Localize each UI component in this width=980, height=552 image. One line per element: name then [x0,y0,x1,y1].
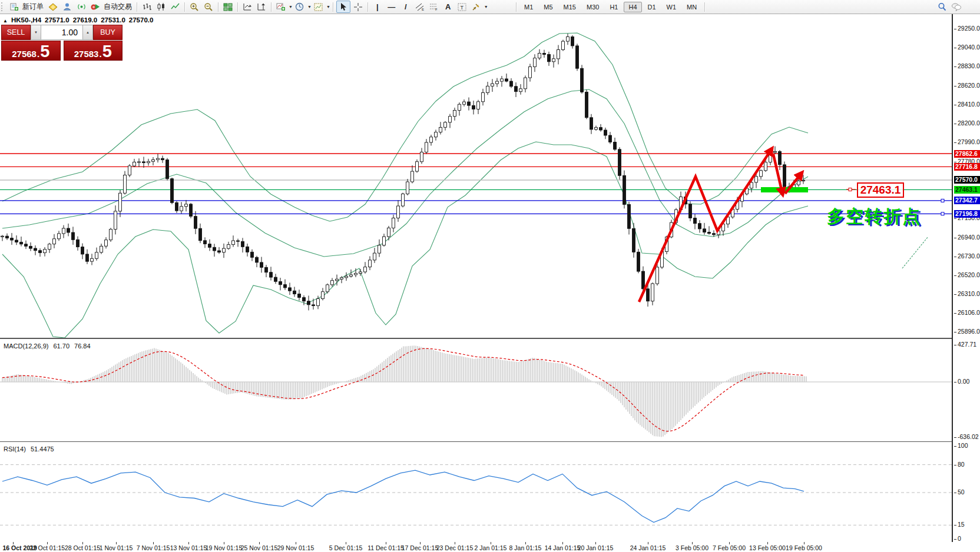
trendline-tool-icon[interactable]: / [399,1,412,12]
macd-axis-tick: -636.02 [954,433,979,440]
time-label: 11 Dec 01:15 [368,544,404,551]
volume-increase-button[interactable]: ▲ [82,25,93,40]
price-tick: 25896.0 [954,328,980,335]
timeframe-button-m1[interactable]: M1 [519,2,538,12]
new-order-label[interactable]: 新订单 [22,2,44,12]
rsi-axis-tick: 50 [954,488,965,496]
sell-button[interactable]: SELL [1,25,31,40]
time-label: 8 Jan 01:15 [509,544,542,551]
candlestick-mode-icon[interactable] [154,1,167,12]
text-tool-icon[interactable]: A [442,1,455,12]
rsi-canvas[interactable] [0,442,952,542]
price-tag-27196.8: 27196.8 [954,210,980,218]
period-caret-icon[interactable]: ▼ [307,5,312,9]
vertical-line-tool-icon[interactable]: | [371,1,384,12]
template-icon[interactable] [312,1,325,12]
support-highlight-bar[interactable] [761,187,808,192]
timeframe-toolbar: M1M5M15M30H1H4D1W1MN [514,1,707,13]
time-axis[interactable]: 16 Oct 201922 Oct 01:1528 Oct 01:151 Nov… [0,542,952,552]
price-tick: 28410.0 [954,101,980,108]
price-chart-panel[interactable]: ▲HK50-,H427571.027619.027531.027570.0 SE… [0,14,952,338]
price-tag-27570.0: 27570.0 [954,176,980,184]
timeframe-button-m30[interactable]: M30 [582,2,604,12]
time-label: 13 Feb 05:00 [749,544,786,551]
macd-canvas[interactable] [0,339,952,441]
time-label: 7 Nov 01:15 [137,544,170,551]
price-tick: 26520.0 [954,271,980,278]
bid-int: 27568 [12,49,37,58]
chart-ohlc-header: ▲HK50-,H427571.027619.027531.027570.0 [3,16,157,24]
signals-icon[interactable] [75,1,88,12]
rsi-axis-tick: 80 [954,461,965,468]
collapse-icon[interactable]: ▲ [3,18,8,24]
rsi-panel[interactable]: RSI(14) 51.4475 [0,441,952,543]
macd-hist-value: 61.70 [53,342,69,350]
price-tag-27342.7: 27342.7 [954,197,980,204]
price-tick: 26940.0 [954,234,980,241]
price-tag-27463.1: 27463.1 [954,186,980,194]
rsi-label: RSI(14) 51.4475 [4,445,54,453]
ask-price-cell[interactable]: 27583.5 [64,41,123,61]
fibonacci-tool-icon[interactable]: F [428,1,441,12]
crosshair-tool-icon[interactable] [352,1,365,12]
autotrading-icon[interactable] [89,1,102,12]
equidistant-channel-tool-icon[interactable]: E [413,1,426,12]
line-chart-mode-icon[interactable] [168,1,181,12]
bar-chart-mode-icon[interactable] [140,1,153,12]
chart-shift-icon[interactable] [255,1,268,12]
time-label: 3 Feb 05:00 [676,544,708,551]
bid-frac: 5 [40,45,49,58]
toolbar-separator [218,2,218,12]
horizontal-line-tool-icon[interactable]: — [385,1,398,12]
tile-windows-icon[interactable] [221,1,234,12]
price-axis[interactable]: 29250.029040.028830.028620.028410.028200… [952,14,980,542]
new-order-icon[interactable] [8,1,21,12]
timeframe-button-w1[interactable]: W1 [662,2,681,12]
volume-input[interactable]: 1.00 [41,25,82,40]
time-label: 23 Dec 01:15 [436,544,473,551]
svg-text:F: F [435,8,438,11]
price-callout-box[interactable]: 27463.1 [857,182,904,198]
price-chart-canvas[interactable] [0,14,952,338]
template-caret-icon[interactable]: ▼ [326,5,330,9]
timeframe-button-h4[interactable]: H4 [624,2,641,12]
timeframe-button-m15[interactable]: M15 [559,2,581,12]
arrows-caret-icon[interactable]: ▼ [484,5,488,9]
time-label: 13 Nov 01:15 [170,544,207,551]
trade-contest-icon[interactable] [61,1,74,12]
macd-axis-tick: 427.71 [954,341,976,348]
arrows-tool-icon[interactable] [470,1,483,12]
period-icon[interactable] [293,1,306,12]
rsi-axis-tick: 15 [954,521,965,528]
timeframe-button-d1[interactable]: D1 [643,2,661,12]
macd-panel[interactable]: MACD(12,26,9) 61.70 76.84 [0,338,952,442]
price-tick: 28620.0 [954,82,980,89]
search-icon[interactable] [936,1,949,12]
price-tick: 29040.0 [954,44,980,51]
add-indicator-icon[interactable] [274,1,287,12]
turning-point-annotation[interactable]: 多空转折点 [827,205,921,229]
close-value: 27570.0 [129,16,154,24]
time-label: 5 Dec 01:15 [329,544,363,551]
timeframe-button-h1[interactable]: H1 [605,2,623,12]
price-tick: 26106.0 [954,309,980,316]
auto-scroll-icon[interactable] [241,1,254,12]
zoom-out-icon[interactable] [202,1,215,12]
text-label-tool-icon[interactable]: T [456,1,469,12]
autotrading-label[interactable]: 自动交易 [104,2,132,12]
community-chat-icon[interactable] [950,1,963,12]
price-tick: 28830.0 [954,62,980,69]
bid-price-cell[interactable]: 27568.5 [1,41,61,61]
zoom-in-icon[interactable] [188,1,201,12]
add-indicator-caret-icon[interactable]: ▼ [289,5,293,9]
cursor-tool-icon[interactable] [336,1,350,13]
order-diamond-icon[interactable] [47,1,59,12]
macd-label: MACD(12,26,9) 61.70 76.84 [4,342,91,350]
volume-decrease-button[interactable]: ▼ [31,25,41,40]
open-value: 27571.0 [45,16,69,24]
buy-button[interactable]: BUY [93,25,122,40]
time-label: 1 Nov 01:15 [100,544,133,551]
timeframe-button-m5[interactable]: M5 [539,2,557,12]
toolbar-separator [271,2,272,12]
timeframe-button-mn[interactable]: MN [682,2,701,12]
